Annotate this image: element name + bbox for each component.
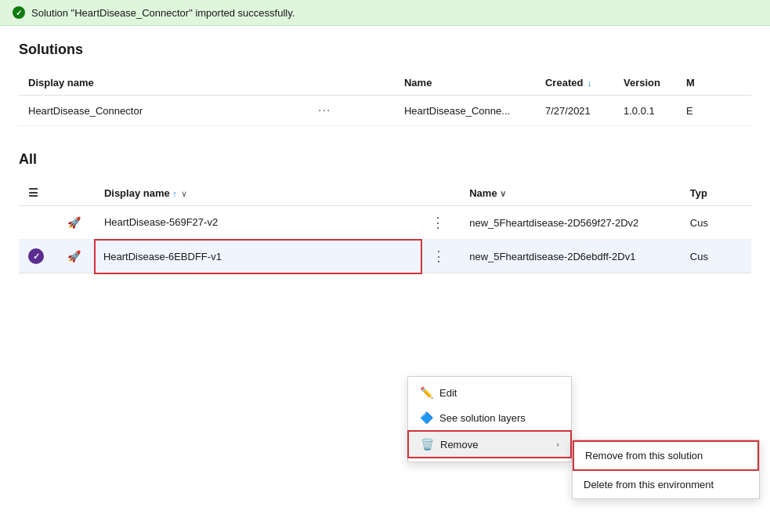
- context-menu: ✏️ Edit 🔷 See solution layers 🗑️ Remove …: [407, 376, 572, 462]
- success-icon: [13, 6, 25, 19]
- row1-type: Cus: [681, 206, 751, 240]
- see-layers-label: See solution layers: [439, 412, 526, 424]
- solutions-version: 1.0.0.1: [614, 96, 677, 126]
- solutions-title: Solutions: [19, 42, 751, 58]
- all-section-title: All: [19, 151, 751, 168]
- context-menu-remove[interactable]: 🗑️ Remove ›: [407, 430, 572, 458]
- all-col-icon: [58, 180, 95, 206]
- solutions-row: HeartDisease_Connector ··· HeartDisease_…: [19, 96, 751, 126]
- submenu-arrow: ›: [556, 440, 559, 449]
- layers-icon: 🔷: [419, 411, 433, 424]
- all-col-display[interactable]: Display name ↑ ∨: [95, 180, 421, 206]
- edit-label: Edit: [439, 387, 457, 399]
- created-sort-icon: ↓: [587, 78, 592, 88]
- row2-icon: 🚀: [58, 240, 95, 273]
- name-sort-icon: ∨: [500, 189, 506, 198]
- remove-submenu: Remove from this solution Delete from th…: [572, 440, 760, 499]
- edit-icon: ✏️: [419, 386, 433, 399]
- solutions-col-created[interactable]: Created ↓: [536, 71, 614, 96]
- all-col-type: Typ: [681, 180, 751, 206]
- sort-asc-icon: ↑: [172, 189, 177, 198]
- row2-name: new_5Fheartdisease-2D6ebdff-2Dv1: [460, 240, 681, 273]
- trash-icon: 🗑️: [420, 438, 434, 451]
- solutions-col-name: Name: [395, 71, 536, 96]
- context-menu-edit[interactable]: ✏️ Edit: [408, 380, 571, 405]
- all-table-row: 🚀 HeartDisease-569F27-v2 ⋮ new_5Fheartdi…: [19, 206, 751, 240]
- success-message: Solution "HeartDisease_Connector" import…: [31, 7, 295, 19]
- row2-type: Cus: [681, 240, 751, 273]
- remove-from-solution-item[interactable]: Remove from this solution: [573, 440, 759, 471]
- sort-toggle-button[interactable]: ∨: [179, 189, 189, 199]
- row2-display-name[interactable]: HeartDisease-6EBDFF-v1: [95, 240, 421, 273]
- row1-dots[interactable]: ⋮: [421, 206, 461, 240]
- all-col-dots: [421, 180, 461, 206]
- filter-icon: ☰: [28, 186, 38, 199]
- all-table-row-selected: 🚀 HeartDisease-6EBDFF-v1 ⋮ new_5Fheartdi…: [19, 240, 751, 273]
- remove-label: Remove: [440, 439, 478, 451]
- solutions-col-version: Version: [614, 71, 677, 96]
- solutions-table: Display name Name Created ↓ Version M He…: [19, 71, 751, 126]
- solutions-display-name[interactable]: HeartDisease_Connector: [19, 96, 309, 126]
- all-table: ☰ Display name ↑ ∨ Name ∨ Typ: [19, 180, 751, 274]
- all-col-name[interactable]: Name ∨: [460, 180, 681, 206]
- check-circle: [28, 248, 44, 264]
- solutions-m: E: [677, 96, 751, 126]
- solutions-dots-menu[interactable]: ···: [309, 96, 395, 126]
- page-content: Solutions Display name Name Created ↓ Ve…: [0, 26, 770, 290]
- delete-from-environment-label: Delete from this environment: [584, 479, 714, 490]
- row1-check: [19, 206, 58, 240]
- delete-from-environment-item[interactable]: Delete from this environment: [573, 471, 759, 498]
- solutions-name: HeartDisease_Conne...: [395, 96, 536, 126]
- row2-check: [19, 240, 58, 273]
- remove-from-solution-label: Remove from this solution: [585, 450, 703, 461]
- rocket-icon-2: 🚀: [67, 250, 81, 262]
- row2-dots[interactable]: ⋮: [421, 240, 461, 273]
- row1-display-name[interactable]: HeartDisease-569F27-v2: [95, 206, 421, 240]
- solutions-created: 7/27/2021: [536, 96, 614, 126]
- solutions-col-spacer: [309, 71, 395, 96]
- row1-icon: 🚀: [58, 206, 95, 240]
- solutions-col-m: M: [677, 71, 751, 96]
- context-menu-see-layers[interactable]: 🔷 See solution layers: [408, 405, 571, 430]
- rocket-icon: 🚀: [67, 216, 81, 229]
- all-col-check: ☰: [19, 180, 58, 206]
- solutions-col-display-name: Display name: [19, 71, 309, 96]
- row1-name: new_5Fheartdisease-2D569f27-2Dv2: [460, 206, 681, 240]
- success-banner: Solution "HeartDisease_Connector" import…: [0, 0, 770, 26]
